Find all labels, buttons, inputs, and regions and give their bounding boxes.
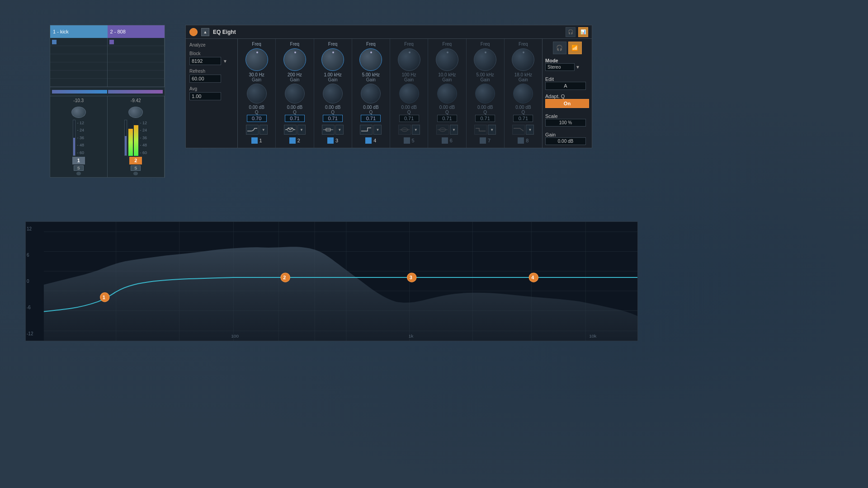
clip-slot[interactable] [108,54,165,62]
band-5-filter-dropdown[interactable]: ▼ [412,125,420,135]
edit-value[interactable]: A [545,82,586,90]
band-4-gain-label: Gain [366,77,376,82]
scale-label: Scale [545,113,589,119]
band-2-filter-type-icon[interactable] [284,125,297,135]
band-2-freq-knob[interactable] [283,48,306,71]
adapt-q-on-button[interactable]: On [545,99,589,108]
track-bottom: -10.3 - 12 - 24 - 36 - 48 - 60 1 S -9.42 [50,96,165,177]
band-4-gain-knob[interactable] [361,84,381,103]
band-5-q-value[interactable]: 0.71 [399,115,419,122]
track-1-volume: -10.3 [73,98,84,103]
clip-slot[interactable] [108,62,165,70]
band-1-freq-knob[interactable] [245,48,268,71]
eq-collapse-button[interactable]: ▲ [201,28,209,36]
clip-slot[interactable] [50,38,107,46]
track-1-number-button[interactable]: 1 [72,157,85,164]
band-5-q-label: Q [407,110,411,115]
track-1-solo-button[interactable]: S [74,165,84,171]
track-1-pan-knob[interactable] [71,107,86,118]
eq-left-controls: Analyze Block 8192 ▼ Refresh 60.00 Avg 1… [186,39,238,148]
eq-headphones-icon[interactable]: 🎧 [566,27,576,37]
band-7-freq-knob[interactable] [474,48,496,71]
band-6-q-value[interactable]: 0.71 [437,115,457,122]
band-6-knob-indicator [447,52,448,53]
track-1-header[interactable]: 1 - kick [50,25,108,38]
clip-slot[interactable] [50,70,107,79]
right-icon-row: 🎧 📶 [545,42,589,54]
band-4-filter-dropdown[interactable]: ▼ [373,125,382,135]
band-8-filter-dropdown[interactable]: ▼ [526,125,534,135]
band-3-color-box [327,137,334,144]
avg-value[interactable]: 1.00 [189,92,221,100]
track-1-fader[interactable] [73,120,75,156]
clip-slot[interactable] [50,62,107,70]
band-6-filter-type-icon[interactable] [436,125,449,135]
band-6-gain-knob[interactable] [437,84,457,103]
clip-slot[interactable] [50,79,107,87]
track-clips [50,38,165,87]
band-7-number: 7 [488,138,491,143]
band-6-freq-knob[interactable] [436,48,458,71]
spectrum-bars-icon[interactable]: 📶 [568,42,582,54]
band-7-gain-knob[interactable] [475,84,495,103]
band-5-filter-type-icon[interactable] [398,125,411,135]
adapt-q-label: Adapt. Q [545,94,589,99]
band-8-gain-knob[interactable] [513,84,533,103]
band-3-filter-type-icon[interactable] [322,125,335,135]
y-label-0: 0 [27,279,43,284]
band-2-q-value[interactable]: 0.71 [285,115,305,122]
band-2-filter-dropdown[interactable]: ▼ [297,125,306,135]
band-1-filter-type-icon[interactable] [246,125,259,135]
band-1-number: 1 [259,138,262,143]
track-2-solo-button[interactable]: S [131,165,141,171]
gain-value[interactable]: 0.00 dB [545,137,586,145]
mode-dropdown-arrow[interactable]: ▼ [576,65,580,70]
band-5-freq-knob[interactable] [398,48,420,71]
clip-slot[interactable] [108,38,165,46]
band-2-gain-knob[interactable] [285,84,305,103]
band-1-filter-dropdown[interactable]: ▼ [259,125,268,135]
band-8-number: 8 [526,138,528,143]
block-value[interactable]: 8192 [189,57,221,65]
band-8-freq-knob[interactable] [512,48,534,71]
eq-power-button[interactable] [189,28,198,36]
band-4-freq-knob[interactable] [359,48,382,71]
block-dropdown-icon[interactable]: ▼ [223,59,227,64]
track-2-fader[interactable] [124,120,127,156]
band-3-gain-knob[interactable] [323,84,343,103]
eq-band-6: Freq 10.0 kHz Gain 0.00 dB Q 0.71 [428,39,466,148]
band-4-q-value[interactable]: 0.71 [361,115,381,122]
band-3-freq-knob[interactable] [321,48,344,71]
clip-slot[interactable] [108,70,165,79]
clip-slot[interactable] [108,79,165,87]
eq-spectrum-icon[interactable]: 📊 [578,27,588,37]
band-5-gain-knob[interactable] [399,84,419,103]
band-8-filter-type-icon[interactable] [512,125,525,135]
track-2-number-button[interactable]: 2 [129,157,142,164]
scale-value[interactable]: 100 % [545,119,586,127]
band-7-q-value[interactable]: 0.71 [475,115,495,122]
band-2-color-box [289,137,296,144]
clip-slot[interactable] [50,46,107,54]
mode-dropdown[interactable]: Stereo [545,63,575,71]
band-6-filter-dropdown[interactable]: ▼ [450,125,458,135]
track-1-label: 1 - kick [53,29,69,34]
band-1-gain-knob[interactable] [247,84,267,103]
track-2-pan-knob[interactable] [128,107,143,118]
band-8-q-value[interactable]: 0.71 [513,115,533,122]
band-7-filter-dropdown[interactable]: ▼ [488,125,496,135]
headphones-icon[interactable]: 🎧 [553,42,566,54]
refresh-value[interactable]: 60.00 [189,75,221,83]
band-3-filter-dropdown[interactable]: ▼ [335,125,344,135]
band-3-q-value[interactable]: 0.71 [323,115,343,122]
clip-slot[interactable] [50,54,107,62]
band-6-number-row: 6 [442,137,453,144]
clip-slot[interactable] [108,46,165,54]
track-2-header[interactable]: 2 - 808 [108,25,165,38]
band-1-gain-label: Gain [252,77,261,82]
band-4-filter-type-icon[interactable] [360,125,373,135]
eq-band-7: Freq 5.00 kHz Gain 0.00 dB Q 0.71 ▼ [467,39,505,148]
band-1-q-value[interactable]: 0.70 [247,115,267,122]
band-7-filter-type-icon[interactable] [474,125,487,135]
eq-main: Analyze Block 8192 ▼ Refresh 60.00 Avg 1… [186,39,592,148]
